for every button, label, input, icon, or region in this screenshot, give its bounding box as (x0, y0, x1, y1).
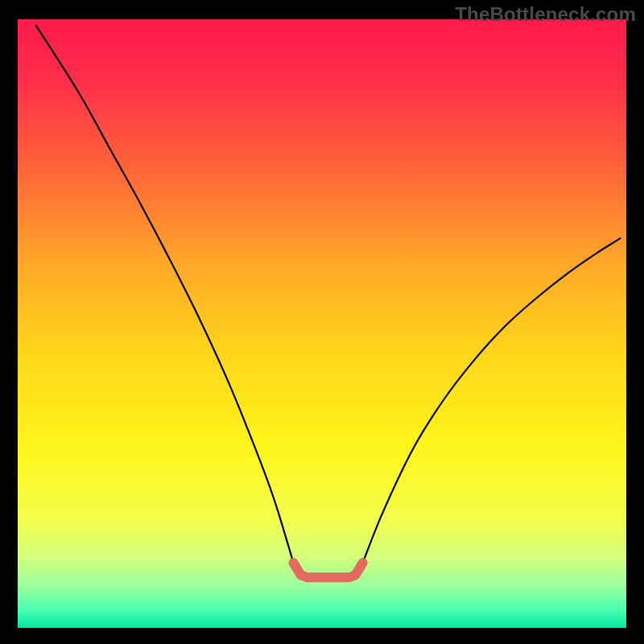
chart-container: TheBottleneck.com (0, 0, 644, 644)
watermark-text: TheBottleneck.com (455, 3, 636, 26)
plot-gradient-background (18, 19, 626, 628)
bottleneck-chart (0, 0, 644, 644)
